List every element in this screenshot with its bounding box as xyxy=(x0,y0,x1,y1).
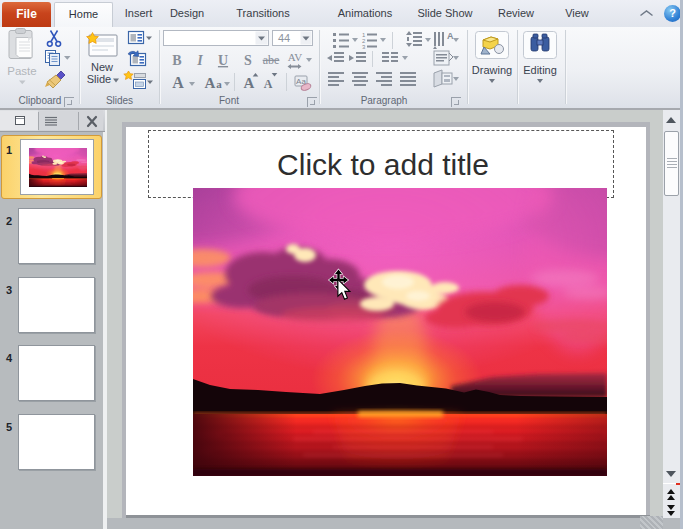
svg-text:I: I xyxy=(196,53,203,68)
svg-text:AV: AV xyxy=(288,51,303,63)
svg-text:A: A xyxy=(205,75,216,91)
svg-text:B: B xyxy=(172,53,181,68)
svg-text:3: 3 xyxy=(362,44,366,50)
svg-text:44: 44 xyxy=(278,32,290,44)
svg-text:Paste: Paste xyxy=(7,65,36,77)
svg-text:A: A xyxy=(244,75,255,91)
svg-text:U: U xyxy=(218,53,228,68)
svg-text:S: S xyxy=(244,53,252,68)
svg-text:a: a xyxy=(216,78,222,90)
svg-text:A: A xyxy=(172,74,184,91)
svg-text:Editing: Editing xyxy=(523,64,557,76)
svg-text:A: A xyxy=(264,77,273,91)
svg-text:Drawing: Drawing xyxy=(472,64,512,76)
svg-text:abe: abe xyxy=(263,53,280,67)
svg-text:Slide: Slide xyxy=(87,73,111,85)
svg-text:A: A xyxy=(447,31,454,41)
svg-text:New: New xyxy=(91,61,113,73)
